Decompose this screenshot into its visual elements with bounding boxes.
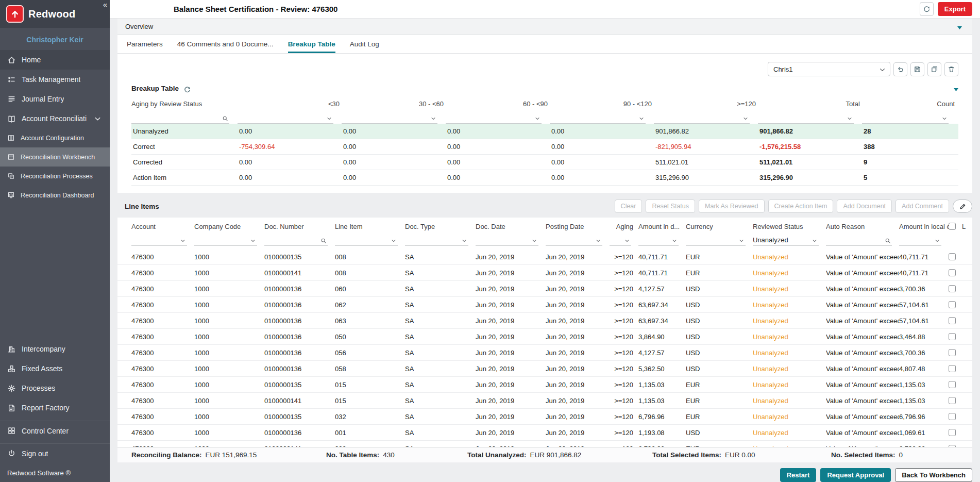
mark-as-reviewed-button[interactable]: Mark As Reviewed (699, 200, 765, 213)
filter-doc_number[interactable] (264, 234, 328, 246)
back-to-workbench-button[interactable]: Back To Workbench (895, 468, 972, 482)
cell-count: 388 (862, 143, 957, 151)
row-checkbox[interactable] (949, 285, 956, 292)
breakup-filter-120[interactable] (654, 110, 750, 124)
select-all-checkbox[interactable] (949, 223, 956, 230)
sidebar-item-home[interactable]: Home (0, 50, 110, 70)
table-row[interactable]: 47630010000100000135015SAJun 20, 2019Jun… (117, 377, 972, 393)
cell-posting_date: Jun 20, 2019 (546, 381, 610, 389)
line-items-table: AccountCompany CodeDoc. NumberLine ItemD… (117, 218, 972, 462)
sidebar-item-task-management[interactable]: Task Management (0, 70, 110, 89)
breakup-row[interactable]: Action Item0.000.000.000.00315,296.90315… (131, 170, 958, 186)
breakup-filter-30[interactable] (238, 110, 333, 124)
tab-audit-log[interactable]: Audit Log (350, 35, 379, 53)
tab-breakup-table[interactable]: Breakup Table (288, 35, 335, 53)
filter-currency[interactable] (686, 234, 746, 246)
row-checkbox[interactable] (949, 429, 956, 436)
breakup-row[interactable]: Unanalyzed0.000.000.000.00901,866.82901,… (131, 124, 958, 139)
save-button[interactable] (910, 62, 924, 76)
sidebar-item-control-center[interactable]: Control Center (0, 421, 110, 440)
reset-status-button[interactable]: Reset Status (646, 200, 695, 213)
breakup-filter-aging-by-review-status[interactable] (131, 110, 229, 124)
cell-account: 476300 (131, 429, 194, 437)
tab-46-comments-and-0-docume[interactable]: 46 Comments and 0 Docume... (177, 35, 274, 53)
breakup-row[interactable]: Corrected0.000.000.000.00511,021.01511,0… (131, 155, 958, 170)
view-select[interactable]: Chris1 (768, 62, 890, 76)
row-checkbox-cell (949, 253, 962, 260)
breakup-filter-90-120[interactable] (550, 110, 646, 124)
filter-company_code[interactable] (194, 234, 257, 246)
request-approval-button[interactable]: Request Approval (820, 468, 891, 482)
table-row[interactable]: 47630010000100000141008SAJun 20, 2019Jun… (117, 265, 972, 281)
table-row[interactable]: 47630010000100000136050SAJun 20, 2019Jun… (117, 329, 972, 345)
cell-total: -1,576,215.58 (758, 143, 862, 151)
filter-amount_doc[interactable] (638, 234, 679, 246)
sidebar-item-fixed-assets[interactable]: Fixed Assets (0, 359, 110, 378)
undo-button[interactable] (893, 62, 907, 76)
sidebar-item-intercompany[interactable]: Intercompany (0, 339, 110, 359)
row-checkbox[interactable] (949, 253, 956, 260)
save-as-button[interactable] (927, 62, 941, 76)
breakup-collapse-button[interactable] (952, 86, 958, 92)
sidebar-item-account-reconciliati[interactable]: Account Reconciliati (0, 109, 110, 128)
add-comment-button[interactable]: Add Comment (895, 200, 949, 213)
breakup-filter-30-60[interactable] (342, 110, 437, 124)
row-checkbox[interactable] (949, 381, 956, 388)
filter-doc_date[interactable] (476, 234, 538, 246)
row-checkbox[interactable] (949, 349, 956, 356)
sidebar-item-reconciliation-dashboard[interactable]: Reconciliation Dashboard (0, 186, 110, 205)
sidebar-item-reconciliation-processes[interactable]: Reconciliation Processes (0, 167, 110, 186)
row-checkbox[interactable] (949, 413, 956, 420)
filter-line_item[interactable] (335, 234, 398, 246)
row-checkbox[interactable] (949, 397, 956, 404)
sidebar-item-account-configuration[interactable]: Account Configuration (0, 128, 110, 147)
breakup-filter-total[interactable] (758, 110, 854, 124)
table-row[interactable]: 47630010000100000135032SAJun 20, 2019Jun… (117, 409, 972, 425)
filter-doc_type[interactable] (405, 234, 468, 246)
filter-amount_local[interactable] (899, 234, 941, 246)
cell-doc_date: Jun 20, 2019 (476, 365, 546, 373)
cell-company_code: 1000 (194, 333, 264, 341)
breakup-refresh-button[interactable] (183, 86, 190, 92)
tab-parameters[interactable]: Parameters (127, 35, 163, 53)
table-row[interactable]: 47630010000100000136060SAJun 20, 2019Jun… (117, 281, 972, 297)
refresh-button[interactable] (920, 2, 934, 16)
table-row[interactable]: 47630010000100000136056SAJun 20, 2019Jun… (117, 345, 972, 361)
cell-amount_doc: 4,127.57 (638, 285, 686, 293)
add-document-button[interactable]: Add Document (837, 200, 892, 213)
sidebar-item-sign-out[interactable]: Sign out (0, 443, 110, 463)
sidebar-item-processes[interactable]: Processes (0, 378, 110, 398)
table-row[interactable]: 47630010000100000136058SAJun 20, 2019Jun… (117, 361, 972, 377)
breakup-filter-count[interactable] (862, 110, 949, 124)
sidebar-collapse-button[interactable]: « (103, 1, 107, 8)
filter-posting_date[interactable] (546, 234, 602, 246)
cell-posting_date: Jun 20, 2019 (546, 429, 610, 437)
table-row[interactable]: 47630010000100000135008SAJun 20, 2019Jun… (117, 249, 972, 265)
restart-button[interactable]: Restart (780, 468, 817, 482)
edit-columns-button[interactable] (953, 200, 972, 213)
overview-collapse-button[interactable] (956, 24, 962, 30)
filter-auto_reason[interactable] (826, 234, 892, 246)
clear-button[interactable]: Clear (615, 200, 643, 213)
sidebar-item-reconciliation-workbench[interactable]: Reconciliation Workbench (0, 147, 110, 167)
row-checkbox[interactable] (949, 365, 956, 372)
row-checkbox[interactable] (949, 333, 956, 340)
table-row[interactable]: 47630010000100000136063SAJun 20, 2019Jun… (117, 313, 972, 329)
sidebar-item-journal-entry[interactable]: Journal Entry (0, 89, 110, 109)
create-action-item-button[interactable]: Create Action Item (768, 200, 834, 213)
table-row[interactable]: 47630010000100000141015SAJun 20, 2019Jun… (117, 393, 972, 409)
breakup-row[interactable]: Correct-754,309.640.000.000.00-821,905.9… (131, 139, 958, 155)
breakup-filter-60-90[interactable] (446, 110, 542, 124)
row-checkbox[interactable] (949, 301, 956, 308)
row-checkbox[interactable] (949, 269, 956, 276)
table-row[interactable]: 47630010000100000136062SAJun 20, 2019Jun… (117, 297, 972, 313)
filter-aging[interactable] (610, 234, 631, 246)
export-button[interactable]: Export (938, 2, 972, 16)
filter-account[interactable] (131, 234, 187, 246)
sidebar-item-report-factory[interactable]: Report Factory (0, 398, 110, 418)
table-row[interactable]: 47630010000100000136001SAJun 20, 2019Jun… (117, 425, 972, 441)
delete-button[interactable] (944, 62, 958, 76)
reviewed-status-filter[interactable]: Unanalyzed (753, 234, 819, 246)
table-row[interactable]: 47630010000100000141032SAJun 20, 2019Jun… (117, 441, 972, 447)
row-checkbox[interactable] (949, 317, 956, 324)
